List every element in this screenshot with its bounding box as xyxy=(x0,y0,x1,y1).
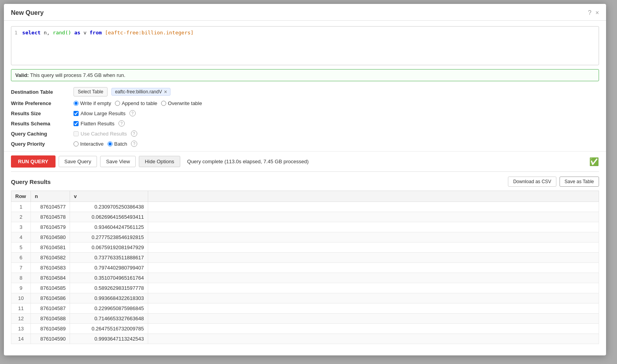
hide-options-button[interactable]: Hide Options xyxy=(139,156,180,167)
interactive-priority-radio[interactable] xyxy=(74,141,79,146)
results-schema-label: Results Schema xyxy=(11,121,74,127)
save-query-button[interactable]: Save Query xyxy=(59,156,97,167)
cell-empty xyxy=(148,222,599,232)
overwrite-table-radio[interactable] xyxy=(161,101,166,106)
results-size-label: Results Size xyxy=(11,111,74,116)
help-icon[interactable]: ? xyxy=(588,9,592,16)
cell-empty xyxy=(148,202,599,212)
results-section: Query Results Download as CSV Save as Ta… xyxy=(11,172,599,344)
cell-empty xyxy=(148,243,599,253)
table-tag: eaftc-free:billion.randV × xyxy=(111,88,170,96)
cell-empty xyxy=(148,273,599,283)
download-csv-button[interactable]: Download as CSV xyxy=(508,177,556,187)
cell-v: 0.27775238546192815 xyxy=(70,232,148,243)
line-number: 1 xyxy=(14,30,18,36)
col-header-row: Row xyxy=(11,191,31,202)
flatten-results-help-icon[interactable]: ? xyxy=(118,120,125,127)
results-schema-row: Results Schema Flatten Results ? xyxy=(11,118,599,128)
results-table-body: 1 876104577 0.2309705250386438 2 8761045… xyxy=(11,202,599,344)
options-section: Destination Table Select Table eaftc-fre… xyxy=(11,85,599,149)
success-check-icon: ✅ xyxy=(589,157,599,166)
cell-row: 11 xyxy=(11,303,31,314)
table-row: 3 876104579 0.9346044247561125 xyxy=(11,222,599,232)
cell-row: 14 xyxy=(11,334,31,344)
cell-n: 876104579 xyxy=(31,222,70,232)
cell-empty xyxy=(148,293,599,303)
cell-row: 7 xyxy=(11,263,31,273)
table-row: 5 876104581 0.06759192081947929 xyxy=(11,243,599,253)
flatten-results-label: Flatten Results xyxy=(81,121,115,127)
append-to-table-option[interactable]: Append to table xyxy=(115,100,157,106)
table-row: 12 876104588 0.7146653327663648 xyxy=(11,314,599,324)
cell-n: 876104587 xyxy=(31,303,70,314)
cell-n: 876104581 xyxy=(31,243,70,253)
cell-v: 0.9993647113242543 xyxy=(70,334,148,344)
results-actions: Download as CSV Save as Table xyxy=(508,177,599,187)
cell-row: 2 xyxy=(11,212,31,222)
cell-row: 4 xyxy=(11,232,31,243)
cell-v: 0.3510704965161764 xyxy=(70,273,148,283)
flatten-results-option[interactable]: Flatten Results xyxy=(74,121,115,127)
query-editor[interactable]: 1select n, rand() as v from [eaftc-free:… xyxy=(11,26,599,65)
table-tag-name: eaftc-free:billion.randV xyxy=(115,89,162,95)
cell-v: 0.2299650875986845 xyxy=(70,303,148,314)
fn-rand: rand() xyxy=(53,30,71,36)
cell-row: 3 xyxy=(11,222,31,232)
table-row: 4 876104580 0.27775238546192815 xyxy=(11,232,599,243)
cell-n: 876104584 xyxy=(31,273,70,283)
allow-large-results-checkbox[interactable] xyxy=(74,111,79,116)
cell-v: 0.06759192081947929 xyxy=(70,243,148,253)
write-preference-label: Write Preference xyxy=(11,100,74,106)
save-view-button[interactable]: Save View xyxy=(100,156,136,167)
batch-priority-radio[interactable] xyxy=(108,141,113,146)
results-table-header: Row n v xyxy=(11,191,599,202)
cell-n: 876104577 xyxy=(31,202,70,212)
validation-message: This query will process 7.45 GB when run… xyxy=(30,72,126,78)
cell-v: 0.9346044247561125 xyxy=(70,222,148,232)
select-table-button[interactable]: Select Table xyxy=(74,87,108,96)
table-tag-close[interactable]: × xyxy=(164,89,167,95)
append-to-table-radio[interactable] xyxy=(115,101,120,106)
query-priority-help-icon[interactable]: ? xyxy=(131,141,137,147)
cell-row: 12 xyxy=(11,314,31,324)
allow-large-results-option[interactable]: Allow Large Results xyxy=(74,111,126,116)
cell-v: 0.7974402980799407 xyxy=(70,263,148,273)
batch-priority-option[interactable]: Batch xyxy=(108,141,127,147)
close-icon[interactable]: × xyxy=(595,9,599,16)
results-header: Query Results Download as CSV Save as Ta… xyxy=(11,177,599,187)
write-if-empty-radio[interactable] xyxy=(74,101,79,106)
run-query-button[interactable]: RUN QUERY xyxy=(11,155,56,168)
keyword-as: as xyxy=(74,30,81,36)
validation-bar: Valid: This query will process 7.45 GB w… xyxy=(11,69,599,81)
destination-table-label: Destination Table xyxy=(11,89,74,95)
cell-row: 5 xyxy=(11,243,31,253)
cell-empty xyxy=(148,303,599,314)
interactive-priority-option[interactable]: Interactive xyxy=(74,141,104,147)
cell-n: 876104588 xyxy=(31,314,70,324)
cell-v: 0.5892629831597778 xyxy=(70,283,148,293)
cell-empty xyxy=(148,253,599,263)
allow-large-help-icon[interactable]: ? xyxy=(129,110,136,116)
use-cached-results-checkbox[interactable] xyxy=(74,131,79,136)
use-cached-help-icon[interactable]: ? xyxy=(131,130,137,137)
append-to-table-label: Append to table xyxy=(122,100,157,106)
overwrite-table-option[interactable]: Overwrite table xyxy=(161,100,202,106)
use-cached-results-option: Use Cached Results xyxy=(74,131,127,137)
table-row: 13 876104589 0.26475516732009785 xyxy=(11,324,599,334)
write-if-empty-option[interactable]: Write if empty xyxy=(74,100,111,106)
cell-n: 876104590 xyxy=(31,334,70,344)
cell-v: 0.2309705250386438 xyxy=(70,202,148,212)
results-size-row: Results Size Allow Large Results ? xyxy=(11,108,599,118)
cell-row: 6 xyxy=(11,253,31,263)
col-header-extra xyxy=(148,191,599,202)
write-if-empty-label: Write if empty xyxy=(80,100,111,106)
save-as-table-button[interactable]: Save as Table xyxy=(560,177,599,187)
actions-row: RUN QUERY Save Query Save View Hide Opti… xyxy=(4,151,606,171)
table-row: 9 876104585 0.5892629831597778 xyxy=(11,283,599,293)
flatten-results-checkbox[interactable] xyxy=(74,121,79,126)
destination-table-content: Select Table eaftc-free:billion.randV × xyxy=(74,87,170,96)
modal-title: New Query xyxy=(11,9,44,16)
keyword-select: select xyxy=(22,30,41,36)
allow-large-results-label: Allow Large Results xyxy=(81,111,126,116)
table-row: 6 876104582 0.7377633511888617 xyxy=(11,253,599,263)
